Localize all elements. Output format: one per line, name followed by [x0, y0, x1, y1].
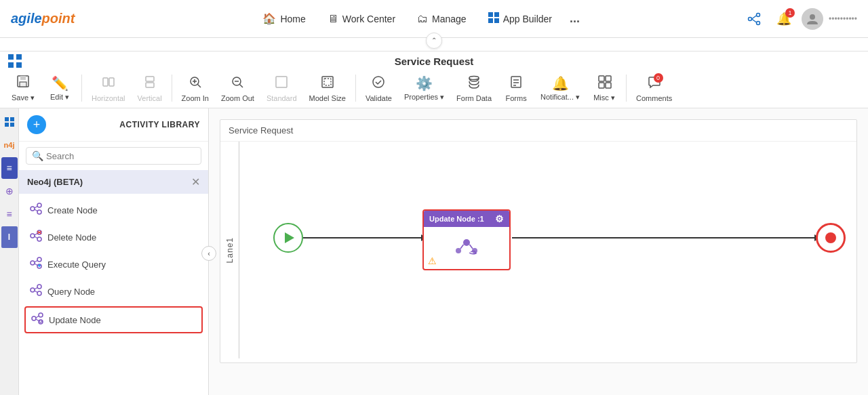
strip-icon-neo4j[interactable]: n4j [1, 134, 18, 156]
svg-rect-19 [146, 77, 154, 81]
save-icon [16, 74, 31, 92]
svg-rect-37 [599, 76, 604, 81]
library-item-execute-query[interactable]: Execute Query [19, 251, 208, 278]
validate-icon [371, 75, 386, 93]
library-item-query-node[interactable]: Query Node [19, 278, 208, 305]
svg-line-65 [35, 288, 37, 290]
node-gear-icon[interactable]: ⚙ [495, 213, 504, 224]
query-node-icon [30, 284, 42, 299]
svg-point-4 [748, 17, 751, 20]
standard-button[interactable]: Standard [261, 72, 302, 105]
svg-point-45 [31, 207, 35, 211]
zoom-in-button[interactable]: Zoom In [176, 72, 214, 105]
validate-button[interactable]: Validate [360, 72, 397, 105]
svg-line-70 [36, 316, 39, 318]
svg-rect-30 [324, 79, 331, 85]
svg-rect-12 [8, 62, 14, 68]
strip-icon-list[interactable]: ≡ [1, 157, 18, 179]
page-title: Service Request [395, 54, 474, 68]
sidebar-strip: n4j ≡ ⊕ ≡ I [0, 108, 19, 395]
comments-button[interactable]: 0 Comments [631, 72, 677, 105]
start-node[interactable] [273, 223, 303, 253]
strip-icon-plus[interactable]: ⊕ [1, 180, 18, 202]
update-node-icon [31, 312, 43, 327]
activity-library-panel: + ACTIVITY LIBRARY 🔍 Neo4j (BETA) ✕ Crea… [19, 108, 209, 395]
zoom-out-button[interactable]: Zoom Out [216, 72, 260, 105]
update-node-label: Update Node [49, 315, 101, 325]
svg-rect-2 [488, 18, 493, 23]
notification-button[interactable]: 🔔 1 [772, 7, 796, 31]
end-node[interactable] [816, 223, 846, 253]
nav-more-button[interactable]: ... [564, 12, 585, 26]
vertical-button[interactable]: Vertical [132, 72, 167, 105]
horizontal-button[interactable]: Horizontal [86, 72, 131, 105]
search-input[interactable] [46, 151, 195, 161]
validate-label: Validate [366, 94, 392, 102]
form-data-button[interactable]: Form Data [451, 72, 497, 105]
notifications-button[interactable]: 🔔 Notificat... ▾ [535, 72, 585, 104]
add-activity-button[interactable]: + [27, 115, 46, 134]
svg-line-71 [36, 319, 39, 321]
toolbar: Save ▾ ✏️ Edit ▾ Horizontal Vertical [0, 68, 868, 108]
nav-manage[interactable]: 🗂 Manage [408, 7, 476, 30]
monitor-icon: 🖥 [328, 13, 338, 25]
library-item-create-node[interactable]: Create Node [19, 196, 208, 224]
svg-line-8 [751, 19, 756, 22]
nav-home[interactable]: 🏠 Home [253, 7, 315, 30]
form-data-icon [467, 75, 481, 93]
svg-rect-18 [109, 78, 114, 86]
section-close-button[interactable]: ✕ [191, 175, 200, 188]
svg-rect-15 [20, 76, 26, 80]
logo: agilepoint [11, 11, 75, 26]
process-node-update[interactable]: Update Node :1 ⚙ [422, 209, 511, 270]
flow-container: Update Node :1 ⚙ [239, 142, 856, 358]
forms-button[interactable]: Forms [498, 72, 534, 105]
strip-icon-grid[interactable] [1, 111, 18, 133]
library-section-header[interactable]: Neo4j (BETA) ✕ [19, 170, 208, 194]
collapse-toolbar-button[interactable]: ⌃ [426, 33, 442, 49]
toolbar-divider-4 [626, 75, 627, 102]
create-node-icon [30, 203, 42, 217]
delete-node-icon [30, 230, 42, 245]
briefcase-icon: 🗂 [417, 13, 428, 25]
svg-point-68 [39, 313, 43, 317]
edit-label: Edit ▾ [50, 93, 69, 102]
toolbar-divider-2 [172, 75, 172, 102]
svg-rect-28 [276, 77, 287, 87]
strip-icon-i[interactable]: I [1, 226, 18, 248]
query-node-label: Query Node [47, 287, 95, 297]
edit-button[interactable]: ✏️ Edit ▾ [42, 72, 77, 104]
start-play-icon [285, 232, 294, 243]
panel-collapse-button[interactable]: ‹ [201, 246, 216, 261]
notifications-label: Notificat... ▾ [540, 93, 580, 102]
nav-home-label: Home [280, 14, 305, 24]
svg-line-26 [240, 84, 243, 87]
svg-point-5 [756, 13, 760, 16]
svg-line-53 [35, 234, 37, 236]
properties-button[interactable]: ⚙️ Properties ▾ [399, 72, 450, 104]
nav-app-builder-label: App Builder [503, 14, 552, 24]
canvas-area[interactable]: Service Request Lane1 [209, 108, 868, 395]
delete-node-label: Delete Node [47, 232, 96, 243]
save-button[interactable]: Save ▾ [5, 71, 41, 105]
svg-point-62 [31, 288, 35, 292]
nav-app-builder[interactable]: App Builder [479, 7, 561, 31]
misc-button[interactable]: Misc ▾ [587, 71, 622, 105]
library-item-update-node[interactable]: Update Node [24, 306, 203, 333]
strip-icon-list2[interactable]: ≡ [1, 203, 18, 225]
page-apps-icon[interactable] [8, 54, 22, 71]
standard-label: Standard [267, 94, 297, 102]
svg-line-75 [460, 245, 464, 249]
svg-rect-40 [606, 83, 611, 88]
model-size-button[interactable]: Model Size [304, 72, 351, 105]
library-item-delete-node[interactable]: Delete Node [19, 224, 208, 251]
misc-icon [597, 74, 612, 92]
svg-rect-43 [5, 123, 9, 127]
svg-point-52 [37, 237, 41, 241]
vertical-icon [142, 75, 157, 93]
nav-work-center[interactable]: 🖥 Work Center [318, 7, 405, 30]
workflow-icon-button[interactable] [742, 7, 766, 31]
svg-rect-10 [8, 54, 14, 60]
edit-icon: ✏️ [52, 75, 68, 91]
model-size-icon [320, 75, 335, 93]
